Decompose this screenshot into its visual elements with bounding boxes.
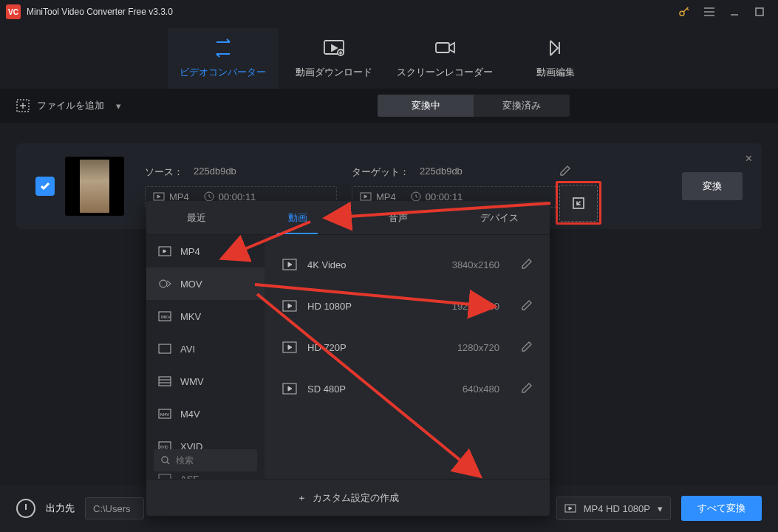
tab-device[interactable]: デバイス: [449, 201, 550, 234]
format-mkv[interactable]: MKVMKV: [146, 300, 265, 332]
menu-icon[interactable]: [697, 1, 722, 22]
title-bar: VC MiniTool Video Converter Free v3.3.0: [0, 0, 778, 24]
edit-icon[interactable]: [522, 259, 532, 271]
svg-text:M4V: M4V: [160, 412, 169, 417]
tab-converting[interactable]: 変換中: [378, 95, 474, 117]
app-title: MiniTool Video Converter Free v3.3.0: [27, 7, 173, 17]
res-720p[interactable]: HD 720P 1280x720: [265, 327, 550, 368]
clock-icon[interactable]: [16, 499, 35, 518]
custom-preset-button[interactable]: ＋ カスタム設定の作成: [146, 479, 550, 516]
target-label: ターゲット：: [352, 166, 409, 179]
svg-point-12: [160, 280, 167, 287]
svg-text:MKV: MKV: [161, 315, 171, 319]
key-icon[interactable]: [672, 1, 697, 22]
minimize-icon[interactable]: [722, 1, 747, 22]
convert-all-button[interactable]: すべて変換: [681, 496, 762, 521]
app-logo-icon: VC: [6, 4, 21, 19]
nav-label: ビデオコンバーター: [180, 66, 266, 79]
nav-converter[interactable]: ビデオコンバーター: [168, 28, 279, 89]
add-file-label: ファイルを追加: [37, 99, 104, 112]
tab-audio[interactable]: 音声: [348, 201, 449, 234]
file-thumbnail[interactable]: [65, 157, 124, 216]
chevron-down-icon: ▾: [116, 100, 121, 112]
format-m4v[interactable]: M4VM4V: [146, 398, 265, 430]
output-path[interactable]: C:\Users: [85, 497, 144, 519]
edit-name-icon[interactable]: [560, 166, 570, 178]
output-label: 出力先: [46, 502, 75, 515]
svg-point-0: [680, 11, 684, 16]
maximize-icon[interactable]: [747, 1, 772, 22]
source-label: ソース：: [145, 166, 183, 179]
nav-label: 動画編集: [536, 66, 575, 79]
output-format-dropdown[interactable]: MP4 HD 1080P ▾: [556, 497, 671, 520]
add-file-button[interactable]: ファイルを追加 ▾: [16, 99, 121, 112]
file-checkbox[interactable]: [35, 177, 55, 196]
nav-download[interactable]: 動画ダウンロード: [279, 28, 389, 89]
source-name: 225db9db: [194, 166, 236, 179]
svg-rect-15: [159, 344, 171, 353]
edit-icon[interactable]: [522, 300, 532, 313]
svg-rect-1: [756, 8, 763, 16]
close-icon[interactable]: ✕: [740, 149, 757, 167]
nav-label: 動画ダウンロード: [296, 66, 372, 79]
plus-icon: ＋: [297, 491, 307, 505]
convert-button[interactable]: 変換: [682, 172, 743, 200]
target-name: 225db9db: [420, 166, 463, 179]
format-list[interactable]: MP4 MOV MKVMKV AVI WMV M4VM4V XVIDXVID A…: [146, 235, 265, 479]
svg-rect-4: [436, 43, 449, 52]
res-1080p[interactable]: HD 1080P 1920x1080: [265, 285, 550, 327]
sub-toolbar: ファイルを追加 ▾ 変換中 変換済み: [0, 89, 778, 123]
format-search[interactable]: [154, 449, 257, 471]
format-avi[interactable]: AVI: [146, 332, 265, 365]
res-480p[interactable]: SD 480P 640x480: [265, 368, 550, 409]
status-tabs: 変換中 変換済み: [378, 95, 570, 117]
nav-recorder[interactable]: スクリーンレコーダー: [389, 28, 500, 89]
format-mp4[interactable]: MP4: [146, 235, 265, 267]
svg-point-22: [162, 457, 168, 463]
main-nav: ビデオコンバーター 動画ダウンロード スクリーンレコーダー 動画編集: [0, 24, 778, 89]
edit-icon[interactable]: [522, 341, 532, 354]
format-mov[interactable]: MOV: [146, 267, 265, 300]
svg-rect-21: [159, 474, 171, 479]
tab-recent[interactable]: 最近: [146, 201, 248, 234]
svg-rect-16: [159, 377, 171, 386]
resolution-list[interactable]: 4K Video 3840x2160 HD 1080P 1920x1080 HD…: [265, 235, 550, 479]
search-input[interactable]: [176, 455, 242, 466]
tab-video[interactable]: 動画: [248, 201, 349, 234]
chevron-down-icon: ▾: [658, 503, 663, 514]
format-popup: 最近 動画 音声 デバイス MP4 MOV MKVMKV AVI WMV M4V…: [146, 201, 550, 516]
nav-label: スクリーンレコーダー: [397, 66, 493, 79]
format-wmv[interactable]: WMV: [146, 365, 265, 398]
settings-trigger-button[interactable]: [559, 185, 598, 222]
res-4k[interactable]: 4K Video 3840x2160: [265, 244, 550, 285]
popup-tabs: 最近 動画 音声 デバイス: [146, 201, 550, 235]
nav-editor[interactable]: 動画編集: [500, 28, 611, 89]
tab-done[interactable]: 変換済み: [474, 95, 570, 117]
edit-icon[interactable]: [522, 383, 532, 395]
